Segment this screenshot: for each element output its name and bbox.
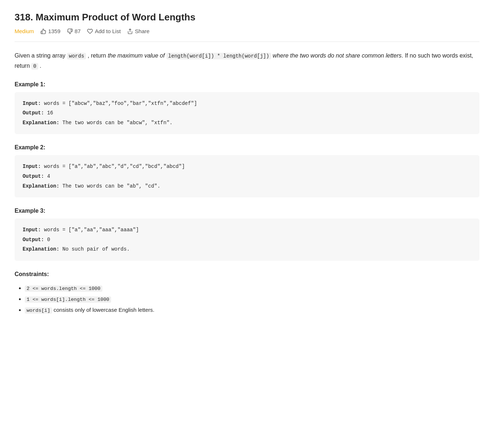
- example2-input: Input: words = ["a","ab","abc","d","cd",…: [23, 162, 471, 172]
- heart-icon: [87, 28, 93, 34]
- difficulty-badge[interactable]: Medium: [15, 28, 34, 34]
- examples-section: Example 1: Input: words = ["abcw","baz",…: [15, 81, 479, 261]
- share-icon: [127, 28, 133, 34]
- example2-output: Output: 4: [23, 172, 471, 181]
- example3-explanation: Explanation: No such pair of words.: [23, 244, 471, 254]
- example1-input: Input: words = ["abcw","baz","foo","bar"…: [23, 99, 471, 109]
- formula-code: length(word[i]) * length(word[j]): [166, 53, 271, 59]
- thumbs-down-icon: [67, 28, 73, 34]
- page-title: 318. Maximum Product of Word Lengths: [15, 12, 479, 23]
- description-italic: the maximum value of: [108, 52, 166, 59]
- example1-output: Output: 16: [23, 108, 471, 118]
- example3-title: Example 3:: [15, 208, 479, 214]
- zero-code: 0: [31, 63, 38, 70]
- thumbs-up-icon: [40, 28, 46, 34]
- constraints-title: Constraints:: [15, 271, 479, 278]
- constraints-list: 2 <= words.length <= 1000 1 <= words[i].…: [15, 283, 479, 315]
- example1-explanation: Explanation: The two words can be "abcw"…: [23, 118, 471, 128]
- example2-box: Input: words = ["a","ab","abc","d","cd",…: [15, 155, 479, 197]
- words-code: words: [67, 53, 86, 59]
- constraint-2: 1 <= words[i].length <= 1000: [25, 294, 479, 304]
- problem-description: Given a string array words , return the …: [15, 51, 479, 71]
- meta-row: Medium 1359 87 Add to List Share: [15, 28, 479, 42]
- example3-input: Input: words = ["a","aa","aaa","aaaa"]: [23, 225, 471, 235]
- upvote-button[interactable]: 1359: [40, 28, 60, 34]
- description-intro: Given a string array: [15, 52, 67, 59]
- example1-title: Example 1:: [15, 81, 479, 88]
- share-label: Share: [135, 28, 149, 34]
- upvote-count: 1359: [48, 28, 60, 34]
- description-italic2: where the two words do not share common …: [271, 52, 401, 59]
- description-period: .: [38, 63, 42, 69]
- description-middle: , return: [86, 52, 108, 59]
- example3-output: Output: 0: [23, 235, 471, 245]
- example2-title: Example 2:: [15, 144, 479, 151]
- add-to-list-label: Add to List: [95, 28, 121, 34]
- example1-box: Input: words = ["abcw","baz","foo","bar"…: [15, 92, 479, 134]
- share-button[interactable]: Share: [127, 28, 149, 34]
- downvote-button[interactable]: 87: [67, 28, 81, 34]
- example3-box: Input: words = ["a","aa","aaa","aaaa"] O…: [15, 219, 479, 261]
- example2-explanation: Explanation: The two words can be "ab", …: [23, 181, 471, 191]
- constraint-1: 2 <= words.length <= 1000: [25, 283, 479, 294]
- downvote-count: 87: [75, 28, 81, 34]
- add-to-list-button[interactable]: Add to List: [87, 28, 121, 34]
- constraints-section: Constraints: 2 <= words.length <= 1000 1…: [15, 271, 479, 315]
- constraint-3: words[i] consists only of lowercase Engl…: [25, 304, 479, 315]
